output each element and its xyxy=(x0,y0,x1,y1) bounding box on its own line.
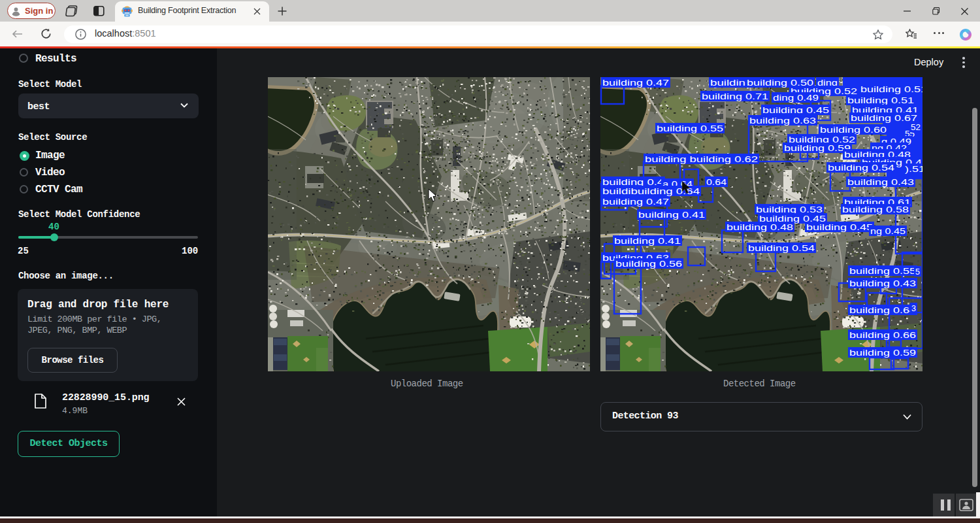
svg-text:building 0.54: building 0.54 xyxy=(748,243,815,253)
svg-text:3: 3 xyxy=(911,303,916,313)
svg-text:building 0.60: building 0.60 xyxy=(820,125,887,135)
svg-text:building 0.43: building 0.43 xyxy=(847,177,914,187)
svg-text:ding 0.49: ding 0.49 xyxy=(773,93,819,103)
svg-text:building 0.4: building 0.4 xyxy=(602,177,664,187)
svg-text:building 0.67: building 0.67 xyxy=(851,113,917,123)
svg-text:building 0.53: building 0.53 xyxy=(756,205,823,214)
svg-text:building 0.47: building 0.47 xyxy=(602,197,669,207)
svg-text:building 0.55: building 0.55 xyxy=(657,124,723,133)
svg-text:building 0.51: building 0.51 xyxy=(860,84,923,94)
svg-text:building 0.51: building 0.51 xyxy=(847,95,914,105)
svg-text:building 0.58: building 0.58 xyxy=(842,205,909,214)
svg-text:52: 52 xyxy=(911,122,921,132)
svg-text:building 0.41: building 0.41 xyxy=(638,210,705,220)
svg-text:building 0.66: building 0.66 xyxy=(849,330,916,340)
svg-text:building 0.63: building 0.63 xyxy=(749,116,816,126)
svg-text:ng 0.45: ng 0.45 xyxy=(870,226,906,236)
svg-text:building building 0.62: building building 0.62 xyxy=(645,154,758,164)
svg-text:).51: ).51 xyxy=(905,164,923,174)
svg-text:0.64: 0.64 xyxy=(706,177,727,187)
svg-text:building 0.64: building 0.64 xyxy=(849,305,917,315)
svg-text:building 0.45: building 0.45 xyxy=(806,222,873,232)
svg-text:building 0.59: building 0.59 xyxy=(849,348,916,358)
svg-text:building 0.48: building 0.48 xyxy=(727,222,793,232)
svg-text:5: 5 xyxy=(915,267,920,277)
svg-text:building 0.71: building 0.71 xyxy=(702,92,768,101)
svg-text:buildin: buildin xyxy=(710,78,745,88)
svg-text:building 0.59: building 0.59 xyxy=(784,143,851,153)
svg-text:building 0.41: building 0.41 xyxy=(614,236,681,246)
svg-text:building 0.54: building 0.54 xyxy=(828,163,895,173)
svg-text:building 0.55: building 0.55 xyxy=(849,266,916,276)
svg-text:building 0.56: building 0.56 xyxy=(615,259,682,269)
svg-text:building 0.43: building 0.43 xyxy=(849,278,916,288)
svg-text:building 0.47: building 0.47 xyxy=(602,78,669,88)
